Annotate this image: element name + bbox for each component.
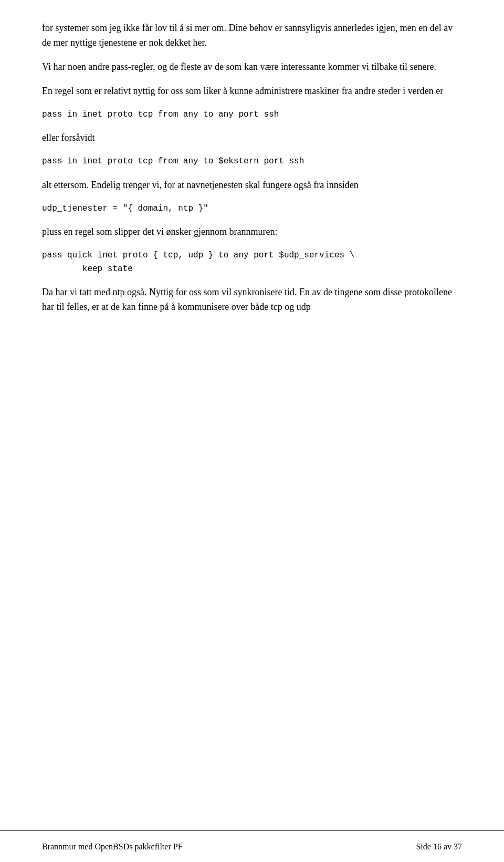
code-block-2: pass in inet proto tcp from any to $ekst… xyxy=(42,155,462,169)
paragraph-4: eller forsåvidt xyxy=(42,131,462,146)
code-block-1: pass in inet proto tcp from any to any p… xyxy=(42,108,462,122)
code-block-4: pass quick inet proto { tcp, udp } to an… xyxy=(42,249,462,276)
page-content: for systemer som jeg ikke får lov til å … xyxy=(0,0,504,387)
paragraph-2: Vi har noen andre pass-regler, og de fle… xyxy=(42,60,462,75)
paragraph-1: for systemer som jeg ikke får lov til å … xyxy=(42,21,462,50)
footer: Brannmur med OpenBSDs pakkefilter PF Sid… xyxy=(0,830,504,862)
paragraph-6: pluss en regel som slipper det vi ønsker… xyxy=(42,225,462,240)
footer-left: Brannmur med OpenBSDs pakkefilter PF xyxy=(42,842,183,851)
paragraph-5: alt ettersom. Endelig trenger vi, for at… xyxy=(42,178,462,193)
paragraph-7: Da har vi tatt med ntp også. Nyttig for … xyxy=(42,285,462,315)
code-block-3: udp_tjenester = "{ domain, ntp }" xyxy=(42,202,462,216)
footer-right: Side 16 av 37 xyxy=(416,842,462,851)
paragraph-3: En regel som er relativt nyttig for oss … xyxy=(42,84,462,99)
